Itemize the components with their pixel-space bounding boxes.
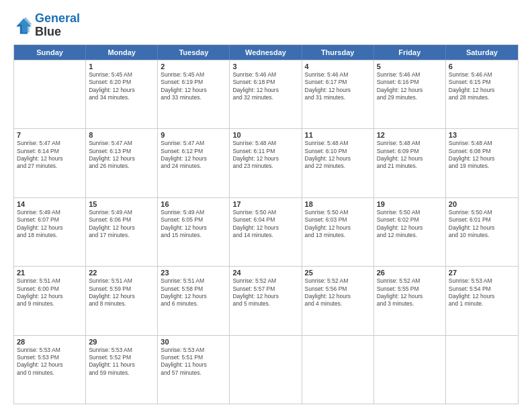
day-number: 23 — [161, 269, 226, 277]
day-cell-1: 1Sunrise: 5:45 AM Sunset: 6:20 PM Daylig… — [86, 60, 158, 128]
day-cell-19: 19Sunrise: 5:50 AM Sunset: 6:02 PM Dayli… — [374, 198, 446, 266]
day-info: Sunrise: 5:46 AM Sunset: 6:16 PM Dayligh… — [377, 71, 443, 102]
empty-cell — [446, 336, 518, 404]
day-cell-4: 4Sunrise: 5:46 AM Sunset: 6:17 PM Daylig… — [302, 60, 374, 128]
weekday-header-monday: Monday — [86, 45, 158, 60]
day-info: Sunrise: 5:53 AM Sunset: 5:51 PM Dayligh… — [161, 347, 226, 377]
logo-icon — [13, 16, 32, 35]
logo: General Blue — [13, 12, 80, 39]
day-info: Sunrise: 5:47 AM Sunset: 6:14 PM Dayligh… — [17, 140, 83, 171]
day-cell-5: 5Sunrise: 5:46 AM Sunset: 6:16 PM Daylig… — [374, 60, 446, 128]
day-cell-15: 15Sunrise: 5:49 AM Sunset: 6:06 PM Dayli… — [86, 198, 158, 266]
day-info: Sunrise: 5:48 AM Sunset: 6:11 PM Dayligh… — [232, 140, 298, 171]
calendar-week-4: 21Sunrise: 5:51 AM Sunset: 6:00 PM Dayli… — [14, 266, 518, 334]
day-cell-16: 16Sunrise: 5:49 AM Sunset: 6:05 PM Dayli… — [158, 198, 230, 266]
day-number: 20 — [449, 200, 515, 208]
day-cell-25: 25Sunrise: 5:52 AM Sunset: 5:56 PM Dayli… — [302, 267, 374, 334]
day-cell-8: 8Sunrise: 5:47 AM Sunset: 6:13 PM Daylig… — [86, 129, 158, 197]
day-info: Sunrise: 5:46 AM Sunset: 6:17 PM Dayligh… — [305, 71, 371, 102]
day-number: 21 — [17, 269, 83, 277]
day-number: 8 — [89, 131, 154, 139]
day-cell-12: 12Sunrise: 5:48 AM Sunset: 6:09 PM Dayli… — [374, 129, 446, 197]
day-info: Sunrise: 5:49 AM Sunset: 6:06 PM Dayligh… — [89, 209, 154, 240]
weekday-header-friday: Friday — [374, 45, 446, 60]
day-info: Sunrise: 5:51 AM Sunset: 5:59 PM Dayligh… — [89, 277, 154, 308]
day-number: 29 — [89, 338, 154, 346]
day-cell-7: 7Sunrise: 5:47 AM Sunset: 6:14 PM Daylig… — [14, 129, 86, 197]
empty-cell — [14, 60, 86, 128]
day-info: Sunrise: 5:50 AM Sunset: 6:02 PM Dayligh… — [377, 209, 443, 240]
day-number: 13 — [449, 131, 515, 139]
day-info: Sunrise: 5:45 AM Sunset: 6:20 PM Dayligh… — [89, 71, 154, 102]
day-number: 1 — [89, 62, 154, 71]
weekday-header-thursday: Thursday — [302, 45, 374, 60]
day-cell-30: 30Sunrise: 5:53 AM Sunset: 5:51 PM Dayli… — [158, 336, 230, 404]
day-number: 12 — [377, 131, 443, 139]
day-info: Sunrise: 5:53 AM Sunset: 5:52 PM Dayligh… — [89, 347, 154, 377]
day-info: Sunrise: 5:52 AM Sunset: 5:55 PM Dayligh… — [377, 277, 443, 308]
day-cell-22: 22Sunrise: 5:51 AM Sunset: 5:59 PM Dayli… — [86, 267, 158, 334]
day-cell-10: 10Sunrise: 5:48 AM Sunset: 6:11 PM Dayli… — [230, 129, 302, 197]
day-cell-2: 2Sunrise: 5:45 AM Sunset: 6:19 PM Daylig… — [158, 60, 230, 128]
day-number: 27 — [449, 269, 515, 277]
day-info: Sunrise: 5:53 AM Sunset: 5:54 PM Dayligh… — [449, 277, 515, 308]
calendar-week-5: 28Sunrise: 5:53 AM Sunset: 5:53 PM Dayli… — [14, 335, 518, 404]
day-number: 30 — [161, 338, 226, 346]
day-number: 26 — [377, 269, 443, 277]
day-cell-23: 23Sunrise: 5:51 AM Sunset: 5:58 PM Dayli… — [158, 267, 230, 334]
day-number: 3 — [232, 62, 298, 71]
day-cell-27: 27Sunrise: 5:53 AM Sunset: 5:54 PM Dayli… — [446, 267, 518, 334]
day-cell-21: 21Sunrise: 5:51 AM Sunset: 6:00 PM Dayli… — [14, 267, 86, 334]
day-info: Sunrise: 5:46 AM Sunset: 6:18 PM Dayligh… — [232, 71, 298, 102]
day-cell-28: 28Sunrise: 5:53 AM Sunset: 5:53 PM Dayli… — [14, 336, 86, 404]
day-info: Sunrise: 5:51 AM Sunset: 5:58 PM Dayligh… — [161, 277, 226, 308]
day-number: 10 — [232, 131, 298, 139]
day-cell-11: 11Sunrise: 5:48 AM Sunset: 6:10 PM Dayli… — [302, 129, 374, 197]
page: General Blue SundayMondayTuesdayWednesda… — [0, 0, 532, 411]
calendar-header: SundayMondayTuesdayWednesdayThursdayFrid… — [14, 45, 518, 60]
weekday-header-sunday: Sunday — [14, 45, 86, 60]
day-info: Sunrise: 5:49 AM Sunset: 6:07 PM Dayligh… — [17, 209, 83, 240]
day-number: 11 — [305, 131, 371, 139]
day-number: 5 — [377, 62, 443, 71]
day-info: Sunrise: 5:53 AM Sunset: 5:53 PM Dayligh… — [17, 347, 83, 377]
weekday-header-saturday: Saturday — [446, 45, 518, 60]
day-info: Sunrise: 5:47 AM Sunset: 6:12 PM Dayligh… — [161, 140, 226, 171]
empty-cell — [374, 336, 446, 404]
logo-text: General Blue — [35, 12, 80, 39]
day-number: 17 — [232, 200, 298, 208]
day-cell-9: 9Sunrise: 5:47 AM Sunset: 6:12 PM Daylig… — [158, 129, 230, 197]
empty-cell — [302, 336, 374, 404]
day-info: Sunrise: 5:52 AM Sunset: 5:57 PM Dayligh… — [232, 277, 298, 308]
day-cell-3: 3Sunrise: 5:46 AM Sunset: 6:18 PM Daylig… — [230, 60, 302, 128]
day-info: Sunrise: 5:51 AM Sunset: 6:00 PM Dayligh… — [17, 277, 83, 308]
day-cell-26: 26Sunrise: 5:52 AM Sunset: 5:55 PM Dayli… — [374, 267, 446, 334]
day-cell-29: 29Sunrise: 5:53 AM Sunset: 5:52 PM Dayli… — [86, 336, 158, 404]
day-info: Sunrise: 5:49 AM Sunset: 6:05 PM Dayligh… — [161, 209, 226, 240]
day-info: Sunrise: 5:45 AM Sunset: 6:19 PM Dayligh… — [161, 71, 226, 102]
day-cell-13: 13Sunrise: 5:48 AM Sunset: 6:08 PM Dayli… — [446, 129, 518, 197]
calendar-week-3: 14Sunrise: 5:49 AM Sunset: 6:07 PM Dayli… — [14, 197, 518, 266]
day-cell-18: 18Sunrise: 5:50 AM Sunset: 6:03 PM Dayli… — [302, 198, 374, 266]
day-cell-24: 24Sunrise: 5:52 AM Sunset: 5:57 PM Dayli… — [230, 267, 302, 334]
day-number: 15 — [89, 200, 154, 208]
day-info: Sunrise: 5:48 AM Sunset: 6:09 PM Dayligh… — [377, 140, 443, 171]
weekday-header-tuesday: Tuesday — [158, 45, 230, 60]
day-number: 24 — [232, 269, 298, 277]
day-number: 28 — [17, 338, 83, 346]
day-number: 14 — [17, 200, 83, 208]
day-info: Sunrise: 5:48 AM Sunset: 6:10 PM Dayligh… — [305, 140, 371, 171]
day-info: Sunrise: 5:47 AM Sunset: 6:13 PM Dayligh… — [89, 140, 154, 171]
day-info: Sunrise: 5:46 AM Sunset: 6:15 PM Dayligh… — [449, 71, 515, 102]
day-number: 19 — [377, 200, 443, 208]
day-number: 16 — [161, 200, 226, 208]
day-info: Sunrise: 5:50 AM Sunset: 6:03 PM Dayligh… — [305, 209, 371, 240]
day-cell-6: 6Sunrise: 5:46 AM Sunset: 6:15 PM Daylig… — [446, 60, 518, 128]
calendar-week-2: 7Sunrise: 5:47 AM Sunset: 6:14 PM Daylig… — [14, 128, 518, 197]
calendar-week-1: 1Sunrise: 5:45 AM Sunset: 6:20 PM Daylig… — [14, 60, 518, 128]
day-number: 7 — [17, 131, 83, 139]
weekday-header-wednesday: Wednesday — [230, 45, 302, 60]
header: General Blue — [13, 12, 519, 39]
day-number: 9 — [161, 131, 226, 139]
calendar-body: 1Sunrise: 5:45 AM Sunset: 6:20 PM Daylig… — [14, 60, 518, 404]
